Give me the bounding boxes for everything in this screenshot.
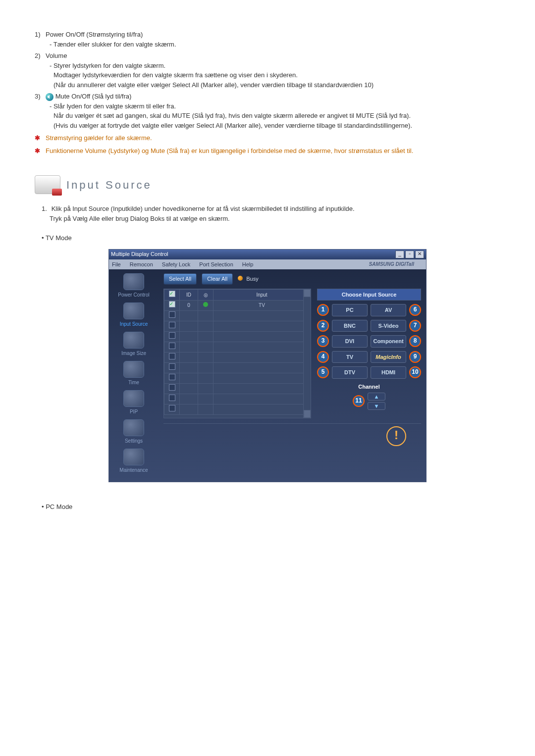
menu-help[interactable]: Help: [242, 260, 254, 269]
status-led-icon: [203, 302, 208, 307]
row-checkbox[interactable]: [169, 353, 175, 359]
app-menubar: File Remocon Safety Lock Port Selection …: [109, 259, 426, 270]
pc-mode-bullet: • PC Mode: [42, 502, 500, 512]
maximize-button[interactable]: ▫: [405, 251, 414, 258]
list-title: Power On/Off (Strømstyring til/fra): [46, 30, 500, 40]
col-id: ID: [180, 289, 198, 300]
callout-2: 2: [317, 320, 329, 332]
sidebar-item-label: Image Size: [111, 350, 157, 357]
table-row[interactable]: [164, 331, 311, 342]
row-checkbox[interactable]: [169, 301, 175, 307]
scroll-up-button[interactable]: [304, 289, 311, 297]
chevron-down-icon: ▼: [374, 402, 379, 410]
source-av-button[interactable]: AV: [371, 304, 406, 316]
pip-icon: [123, 390, 144, 407]
list-item-2: 2) Volume - Styrer lydstyrken for den va…: [35, 51, 500, 90]
busy-indicator: Busy: [238, 275, 259, 283]
source-pc-button[interactable]: PC: [332, 304, 368, 316]
sidebar-item-input-source[interactable]: Input Source: [111, 302, 157, 328]
table-row[interactable]: [164, 394, 311, 404]
list-line: - Slår lyden for den valgte skærm til el…: [46, 101, 500, 111]
callout-6: 6: [409, 304, 421, 316]
list-number: 1): [35, 30, 46, 49]
source-hdmi-button[interactable]: HDMI: [371, 366, 406, 379]
channel-label: Channel: [317, 383, 421, 391]
tv-mode-bullet: • TV Mode: [42, 233, 500, 243]
maintenance-icon: [123, 449, 144, 465]
table-scrollbar[interactable]: [303, 289, 311, 418]
source-magicinfo-button[interactable]: MagicInfo: [371, 351, 406, 363]
row-checkbox[interactable]: [169, 374, 175, 380]
source-dvi-button[interactable]: DVI: [332, 335, 368, 348]
menu-safety-lock[interactable]: Safety Lock: [162, 260, 190, 269]
table-row[interactable]: [164, 404, 311, 414]
clear-all-button[interactable]: Clear All: [202, 273, 233, 285]
table-row[interactable]: [164, 383, 311, 394]
section-title: Input Source: [66, 177, 152, 193]
instruction-block: 1. Klik på Input Source (Inputkilde) und…: [42, 204, 500, 223]
sidebar-item-label: Input Source: [111, 320, 157, 328]
callout-5: 5: [317, 366, 329, 378]
list-line: Når du vælger ét sæt ad gangen, skal du …: [46, 111, 500, 121]
table-row[interactable]: [164, 321, 311, 331]
sidebar-item-power-control[interactable]: Power Control: [111, 273, 157, 299]
list-title: Mute On/Off (Slå lyd til/fra): [46, 92, 500, 101]
instr-number: 1.: [42, 204, 50, 214]
sidebar-item-label: Time: [111, 379, 157, 386]
row-checkbox[interactable]: [169, 322, 175, 328]
source-component-button[interactable]: Component: [371, 335, 406, 348]
table-row[interactable]: [164, 342, 311, 352]
row-checkbox[interactable]: [169, 311, 175, 318]
brand-label: SAMSUNG DIGITall: [369, 260, 414, 269]
source-svideo-button[interactable]: S-Video: [371, 320, 406, 332]
sidebar-item-pip[interactable]: PIP: [111, 390, 157, 415]
row-checkbox[interactable]: [169, 405, 175, 411]
callout-7: 7: [409, 320, 421, 332]
table-row[interactable]: [164, 362, 311, 373]
channel-down-button[interactable]: ▼: [368, 402, 385, 410]
callout-8: 8: [409, 335, 421, 347]
menu-remocon[interactable]: Remocon: [130, 260, 153, 269]
sidebar-item-time[interactable]: Time: [111, 361, 157, 386]
source-dtv-button[interactable]: DTV: [332, 366, 368, 379]
source-tv-button[interactable]: TV: [332, 351, 368, 363]
header-checkbox[interactable]: [169, 291, 175, 297]
table-row[interactable]: 0 TV: [164, 300, 311, 310]
row-checkbox[interactable]: [169, 343, 175, 349]
sidebar-item-settings[interactable]: Settings: [111, 419, 157, 445]
row-checkbox[interactable]: [169, 332, 175, 339]
note-text: Funktionerne Volume (Lydstyrke) og Mute …: [46, 146, 413, 156]
sidebar-item-label: PIP: [111, 408, 157, 415]
callout-4: 4: [317, 351, 329, 363]
section-header: Input Source: [35, 175, 500, 194]
menu-file[interactable]: File: [112, 260, 121, 269]
image-size-icon: [123, 332, 144, 349]
menu-port-selection[interactable]: Port Selection: [199, 260, 233, 269]
table-row[interactable]: [164, 373, 311, 383]
source-bnc-button[interactable]: BNC: [332, 320, 368, 332]
app-window: Multiple Display Control _ ▫ ✕ File Remo…: [108, 249, 427, 483]
settings-icon: [123, 419, 144, 436]
app-footer: !: [163, 423, 421, 449]
sidebar-item-maintenance[interactable]: Maintenance: [111, 449, 157, 474]
channel-up-button[interactable]: ▲: [368, 393, 385, 401]
chevron-up-icon: ▲: [374, 393, 379, 401]
panel-title: Choose Input Source: [317, 289, 421, 301]
mute-icon: [46, 93, 54, 101]
input-source-icon: [123, 302, 144, 319]
table-row[interactable]: [164, 310, 311, 321]
scroll-down-button[interactable]: [304, 410, 311, 418]
minimize-button[interactable]: _: [395, 251, 404, 258]
row-checkbox[interactable]: [169, 395, 175, 401]
busy-icon: [238, 276, 243, 281]
list-line: - Styrer lydstyrken for den valgte skærm…: [46, 61, 500, 71]
instr-line: Tryk på Vælg Alle eller brug Dialog Boks…: [42, 214, 500, 224]
row-checkbox[interactable]: [169, 363, 175, 370]
table-row[interactable]: [164, 352, 311, 362]
choose-input-panel: Choose Input Source 1 PC AV 6 2 BNC S-Vi…: [317, 289, 421, 418]
list-item-1: 1) Power On/Off (Strømstyring til/fra) -…: [35, 30, 500, 49]
row-checkbox[interactable]: [169, 384, 175, 391]
select-all-button[interactable]: Select All: [163, 273, 197, 285]
close-button[interactable]: ✕: [415, 251, 424, 258]
sidebar-item-image-size[interactable]: Image Size: [111, 332, 157, 357]
